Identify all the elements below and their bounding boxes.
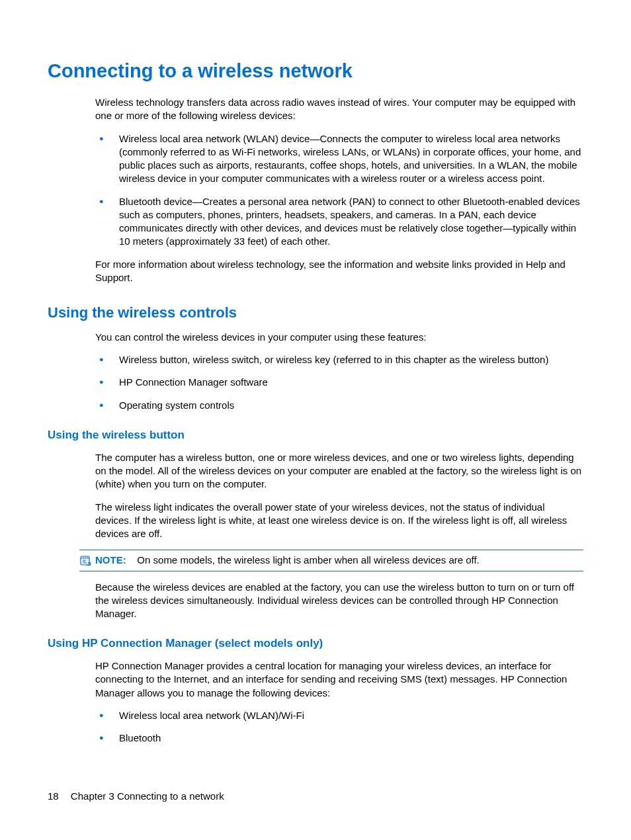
page-footer: 18 Chapter 3 Connecting to a network — [48, 790, 224, 803]
list-item: Wireless local area network (WLAN)/Wi-Fi — [95, 709, 583, 722]
list-item: Bluetooth — [95, 732, 583, 745]
wireless-devices-list: Wireless local area network (WLAN) devic… — [95, 132, 583, 249]
more-info-paragraph: For more information about wireless tech… — [95, 258, 583, 285]
note-callout: NOTE: On some models, the wireless light… — [79, 550, 583, 571]
note-text — [129, 554, 138, 566]
page-title: Connecting to a wireless network — [48, 58, 583, 84]
svg-point-1 — [83, 557, 83, 558]
list-item: Bluetooth device—Creates a personal area… — [95, 195, 583, 249]
controls-intro: You can control the wireless devices in … — [95, 331, 583, 344]
hpcm-list: Wireless local area network (WLAN)/Wi-Fi… — [95, 709, 583, 745]
body-paragraph: HP Connection Manager provides a central… — [95, 659, 583, 700]
list-item: Operating system controls — [95, 399, 583, 412]
list-item: Wireless button, wireless switch, or wir… — [95, 353, 583, 366]
chapter-label: Chapter 3 Connecting to a network — [71, 790, 224, 802]
list-item: HP Connection Manager software — [95, 376, 583, 389]
page-number: 18 — [48, 790, 59, 802]
note-text: On some models, the wireless light is am… — [137, 554, 479, 566]
subsection-heading-hpcm: Using HP Connection Manager (select mode… — [48, 636, 583, 651]
svg-point-3 — [87, 557, 87, 558]
svg-point-2 — [85, 557, 85, 558]
section-heading-controls: Using the wireless controls — [48, 303, 583, 323]
body-paragraph: The computer has a wireless button, one … — [95, 451, 583, 491]
note-label: NOTE: — [95, 554, 126, 566]
list-item: Wireless local area network (WLAN) devic… — [95, 132, 583, 186]
controls-list: Wireless button, wireless switch, or wir… — [95, 353, 583, 412]
body-paragraph: Because the wireless devices are enabled… — [95, 581, 583, 621]
body-paragraph: The wireless light indicates the overall… — [95, 501, 583, 541]
subsection-heading-wireless-button: Using the wireless button — [48, 428, 583, 443]
note-icon — [79, 554, 93, 566]
intro-paragraph: Wireless technology transfers data acros… — [95, 96, 583, 123]
